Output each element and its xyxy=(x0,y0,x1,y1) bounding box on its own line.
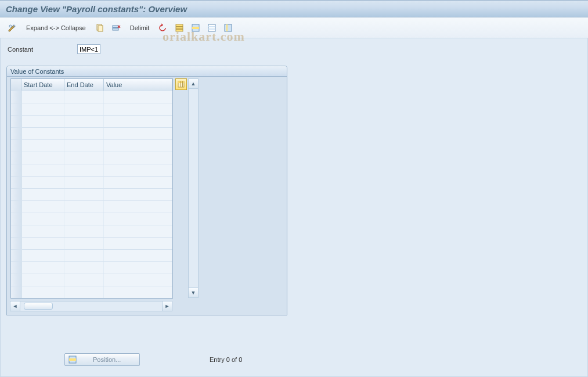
row-selector[interactable] xyxy=(11,238,21,249)
h-scroll-track[interactable] xyxy=(20,303,162,310)
cell-value[interactable] xyxy=(104,91,172,103)
position-button[interactable]: Position... xyxy=(64,353,140,366)
cell-start-date[interactable] xyxy=(21,238,64,249)
row-selector[interactable] xyxy=(11,164,21,176)
table-row[interactable] xyxy=(11,274,172,286)
cell-value[interactable] xyxy=(104,164,172,176)
cell-value[interactable] xyxy=(104,262,172,274)
table-row[interactable] xyxy=(11,213,172,225)
table-row[interactable] xyxy=(11,139,172,152)
deselect-all-button[interactable] xyxy=(204,21,219,34)
cell-end-date[interactable] xyxy=(64,189,104,200)
cell-start-date[interactable] xyxy=(21,225,64,237)
cell-start-date[interactable] xyxy=(21,213,64,225)
cell-start-date[interactable] xyxy=(21,128,64,139)
col-start-date[interactable]: Start Date xyxy=(21,79,64,91)
delete-button[interactable] xyxy=(109,21,124,34)
cell-value[interactable] xyxy=(104,238,172,249)
scroll-down-button[interactable]: ▼ xyxy=(189,288,198,297)
table-row[interactable] xyxy=(11,164,172,176)
table-row[interactable] xyxy=(11,188,172,200)
undo-button[interactable] xyxy=(156,21,171,34)
cell-end-date[interactable] xyxy=(64,286,104,298)
cell-value[interactable] xyxy=(104,140,172,152)
table-row[interactable] xyxy=(11,286,172,298)
cell-start-date[interactable] xyxy=(21,91,64,103)
cell-start-date[interactable] xyxy=(21,250,64,261)
vertical-scrollbar[interactable]: ▲ ▼ xyxy=(188,78,199,298)
row-selector[interactable] xyxy=(11,116,21,127)
table-row[interactable] xyxy=(11,249,172,261)
cell-end-date[interactable] xyxy=(64,128,104,139)
cell-end-date[interactable] xyxy=(64,262,104,274)
cell-end-date[interactable] xyxy=(64,201,104,213)
copy-button[interactable] xyxy=(92,21,107,34)
cell-end-date[interactable] xyxy=(64,152,104,164)
cell-start-date[interactable] xyxy=(21,152,64,164)
row-selector[interactable] xyxy=(11,128,21,139)
table-config-button[interactable] xyxy=(175,78,187,90)
row-selector[interactable] xyxy=(11,213,21,225)
cell-start-date[interactable] xyxy=(21,177,64,188)
col-end-date[interactable]: End Date xyxy=(64,79,104,91)
constant-input[interactable] xyxy=(77,44,100,54)
cell-end-date[interactable] xyxy=(64,140,104,152)
toggle-btn[interactable] xyxy=(5,21,20,34)
cell-value[interactable] xyxy=(104,128,172,139)
col-value[interactable]: Value xyxy=(104,79,172,91)
row-selector[interactable] xyxy=(11,250,21,261)
header-selector-cell[interactable] xyxy=(11,79,21,91)
cell-value[interactable] xyxy=(104,152,172,164)
h-scroll-thumb[interactable] xyxy=(24,303,53,310)
cell-value[interactable] xyxy=(104,213,172,225)
row-selector[interactable] xyxy=(11,152,21,164)
row-selector[interactable] xyxy=(11,201,21,213)
row-selector[interactable] xyxy=(11,262,21,274)
row-selector[interactable] xyxy=(11,177,21,188)
cell-start-date[interactable] xyxy=(21,140,64,152)
select-block-button[interactable] xyxy=(188,21,203,34)
cell-end-date[interactable] xyxy=(64,274,104,286)
cell-value[interactable] xyxy=(104,201,172,213)
delimit-button[interactable]: Delimit xyxy=(125,21,155,34)
cell-end-date[interactable] xyxy=(64,91,104,103)
row-selector[interactable] xyxy=(11,103,21,115)
cell-start-date[interactable] xyxy=(21,274,64,286)
table-row[interactable] xyxy=(11,261,172,274)
row-selector[interactable] xyxy=(11,286,21,298)
row-selector[interactable] xyxy=(11,91,21,103)
table-row[interactable] xyxy=(11,91,172,103)
select-all-button[interactable] xyxy=(172,21,187,34)
cell-value[interactable] xyxy=(104,250,172,261)
cell-end-date[interactable] xyxy=(64,238,104,249)
table-row[interactable] xyxy=(11,200,172,213)
table-row[interactable] xyxy=(11,176,172,188)
cell-value[interactable] xyxy=(104,225,172,237)
cell-value[interactable] xyxy=(104,177,172,188)
table-row[interactable] xyxy=(11,127,172,139)
cell-start-date[interactable] xyxy=(21,103,64,115)
table-row[interactable] xyxy=(11,225,172,237)
cell-end-date[interactable] xyxy=(64,213,104,225)
row-selector[interactable] xyxy=(11,189,21,200)
cell-value[interactable] xyxy=(104,274,172,286)
cell-start-date[interactable] xyxy=(21,286,64,298)
table-row[interactable] xyxy=(11,237,172,249)
row-selector[interactable] xyxy=(11,274,21,286)
cell-start-date[interactable] xyxy=(21,116,64,127)
table-row[interactable] xyxy=(11,103,172,115)
cell-end-date[interactable] xyxy=(64,103,104,115)
cell-value[interactable] xyxy=(104,286,172,298)
scroll-up-button[interactable]: ▲ xyxy=(189,79,198,89)
v-scroll-track[interactable] xyxy=(189,89,198,288)
horizontal-scrollbar[interactable]: ◄ ► xyxy=(10,301,172,311)
cell-end-date[interactable] xyxy=(64,116,104,127)
cell-start-date[interactable] xyxy=(21,201,64,213)
cell-start-date[interactable] xyxy=(21,189,64,200)
table-row[interactable] xyxy=(11,152,172,164)
scroll-left-button[interactable]: ◄ xyxy=(10,301,20,311)
cell-end-date[interactable] xyxy=(64,164,104,176)
cell-end-date[interactable] xyxy=(64,225,104,237)
cell-start-date[interactable] xyxy=(21,262,64,274)
config-button[interactable] xyxy=(221,21,236,34)
